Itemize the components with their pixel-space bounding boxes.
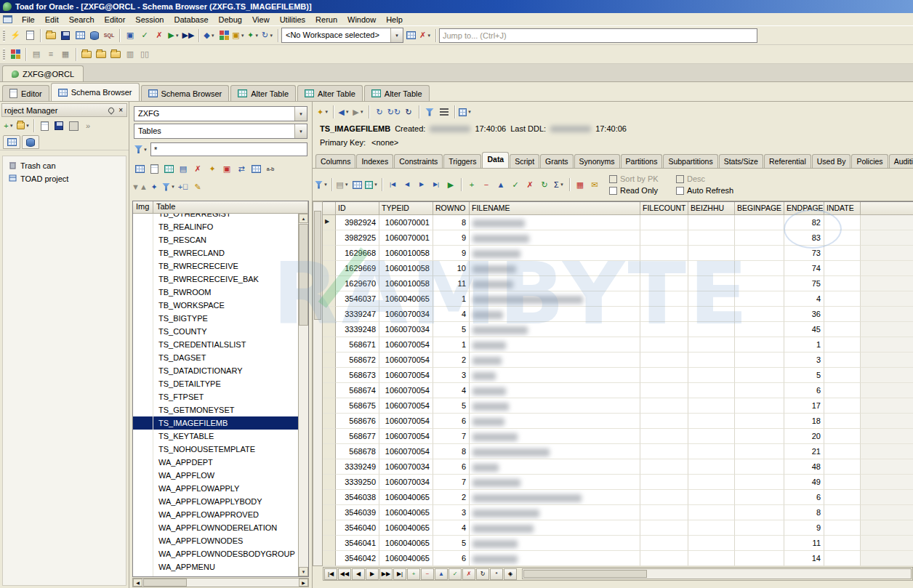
cell-filename[interactable]: [470, 383, 640, 398]
menu-rerun[interactable]: Rerun: [310, 14, 342, 25]
grid-row[interactable]: 568673106007005435: [323, 368, 913, 383]
table-list-header[interactable]: Img Table: [133, 201, 308, 214]
cell-indate[interactable]: [824, 520, 861, 536]
table-list-item[interactable]: TB_OTHERREGIST: [133, 214, 298, 220]
first-record-button[interactable]: |◀: [385, 177, 400, 192]
table-list-item[interactable]: TB_RWRECLAND: [133, 246, 298, 259]
cell-beginpage[interactable]: [735, 215, 784, 230]
cell-filecount[interactable]: [640, 444, 688, 459]
cell-typeid[interactable]: 1060070054: [379, 383, 433, 398]
export-data-button[interactable]: [161, 161, 176, 176]
cell-rowno[interactable]: 6: [433, 551, 470, 566]
cell-beginpage[interactable]: [735, 475, 784, 490]
grid-row[interactable]: ▶39829241060070001882: [323, 215, 913, 230]
cell-beizhhu[interactable]: [688, 322, 735, 337]
table-list-item[interactable]: TS_BIGTYPE: [133, 312, 298, 325]
cell-beginpage[interactable]: [735, 429, 784, 444]
aggregate-button[interactable]: Σ▼: [552, 177, 566, 192]
sort-button[interactable]: ▼▲: [132, 180, 147, 194]
folder-add-button[interactable]: [94, 47, 108, 62]
create-like-button[interactable]: ✦: [205, 161, 220, 176]
cell-beginpage[interactable]: [735, 398, 784, 414]
window-tab-alter-table[interactable]: Alter Table: [297, 85, 363, 101]
grid-row[interactable]: 33392471060070034436: [323, 307, 913, 322]
tree-item-toad-project[interactable]: TOAD project: [4, 172, 124, 185]
detail-tab-columns[interactable]: Columns: [315, 154, 355, 168]
pm-new-doc-button[interactable]: [37, 118, 52, 133]
cell-indate[interactable]: [824, 246, 861, 261]
cell-typeid[interactable]: 1060070054: [379, 368, 433, 383]
cell-beizhhu[interactable]: [688, 337, 735, 353]
grid-header-rowno[interactable]: ROWNO: [433, 202, 470, 215]
menu-search[interactable]: Search: [64, 14, 100, 25]
cell-filecount[interactable]: [640, 215, 688, 230]
cell-endpage[interactable]: 9: [784, 520, 824, 536]
save-button[interactable]: [58, 28, 73, 43]
cell-rowno[interactable]: 1: [433, 337, 470, 353]
cell-beizhhu[interactable]: [688, 246, 735, 261]
close-workspace-button[interactable]: ✗▼: [418, 28, 433, 43]
cell-typeid[interactable]: 1060070001: [379, 230, 433, 246]
cell-id[interactable]: 568677: [336, 429, 379, 444]
folder-open-button[interactable]: [79, 47, 94, 62]
toolbar-grip[interactable]: [3, 49, 5, 60]
detail-tab-data[interactable]: Data: [482, 152, 509, 168]
nav-first-button[interactable]: |◀: [324, 568, 337, 580]
cell-filecount[interactable]: [640, 551, 688, 566]
cell-rowno[interactable]: 6: [433, 459, 470, 475]
add-workspace-button[interactable]: [403, 28, 418, 43]
cell-filecount[interactable]: [640, 291, 688, 307]
cell-rowno[interactable]: 5: [433, 398, 470, 414]
grid-row[interactable]: 3546037106004006514: [323, 291, 913, 307]
cell-beizhhu[interactable]: [688, 383, 735, 398]
menu-session[interactable]: Session: [130, 14, 169, 25]
cell-id[interactable]: 568673: [336, 368, 379, 383]
nav-insert-button[interactable]: +: [407, 568, 420, 580]
scroll-up-icon[interactable]: ▲: [299, 214, 308, 223]
grid-header-filecount[interactable]: FILECOUNT: [640, 202, 688, 215]
cell-id[interactable]: 3546037: [336, 291, 379, 307]
table-list-item[interactable]: WA_APPFLOWNODES: [133, 534, 298, 547]
cell-filecount[interactable]: [640, 490, 688, 505]
checkbox-box[interactable]: [676, 175, 684, 183]
snippet-button[interactable]: ▦: [58, 47, 73, 62]
cell-typeid[interactable]: 1060070054: [379, 444, 433, 459]
checkbox-sort-by-pk[interactable]: Sort by PK: [609, 174, 676, 183]
fetch-all-button[interactable]: ▶: [443, 177, 458, 192]
grid-row[interactable]: 5686761060070054618: [323, 414, 913, 429]
cell-beizhhu[interactable]: [688, 459, 735, 475]
cell-id[interactable]: 3982924: [336, 215, 379, 230]
detail-tab-script[interactable]: Script: [510, 154, 539, 168]
cell-rowno[interactable]: 6: [433, 414, 470, 429]
cell-filename[interactable]: [470, 353, 640, 368]
cell-endpage[interactable]: 3: [784, 353, 824, 368]
cell-beizhhu[interactable]: [688, 551, 735, 566]
new-connection-button[interactable]: ⚡: [8, 28, 23, 43]
toolbar-grip[interactable]: [3, 30, 5, 41]
cell-typeid[interactable]: 1060070054: [379, 398, 433, 414]
cell-beizhhu[interactable]: [688, 398, 735, 414]
menu-editor[interactable]: Editor: [100, 14, 131, 25]
cell-indate[interactable]: [824, 398, 861, 414]
cell-indate[interactable]: [824, 490, 861, 505]
detail-tab-policies[interactable]: Policies: [851, 154, 888, 168]
cell-filecount[interactable]: [640, 505, 688, 520]
cell-beizhhu[interactable]: [688, 536, 735, 551]
grid-copy-button[interactable]: ▤▼: [335, 177, 350, 192]
cell-filename[interactable]: [470, 505, 640, 520]
cell-rowno[interactable]: 3: [433, 505, 470, 520]
apps-button[interactable]: [8, 47, 23, 62]
filter-menu-button[interactable]: ▼: [134, 142, 148, 157]
table-list-item[interactable]: TB_RWRECRECEIVE: [133, 259, 298, 273]
format-button[interactable]: ≡: [44, 47, 58, 62]
table-list-item[interactable]: TS_GETMONEYSET: [133, 403, 298, 416]
cell-typeid[interactable]: 1060070034: [379, 475, 433, 490]
grid-row[interactable]: 39829251060070001983: [323, 230, 913, 246]
schema-browser-button[interactable]: [73, 28, 87, 43]
workspace-select[interactable]: <No Workspace selected> ▼: [281, 28, 403, 43]
refresh-all-button[interactable]: ↻: [401, 105, 416, 119]
cell-beizhhu[interactable]: [688, 444, 735, 459]
cell-filename[interactable]: [470, 520, 640, 536]
grid-vscrollbar[interactable]: [313, 201, 323, 566]
clear-filter-button[interactable]: ▼: [161, 180, 176, 194]
